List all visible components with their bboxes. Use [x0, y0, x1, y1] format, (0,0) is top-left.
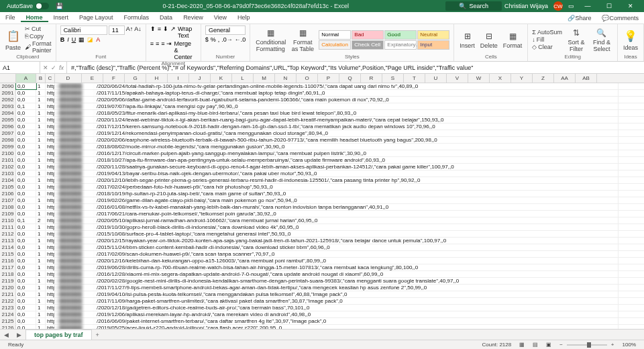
- table-row[interactable]: 20930,11https://██████/2019/07/07/apa-it…: [0, 103, 644, 110]
- row-header[interactable]: 2098: [0, 137, 16, 143]
- row-header[interactable]: 2101: [0, 157, 16, 163]
- align-right-icon[interactable]: ≡: [161, 40, 164, 60]
- row-header[interactable]: 2124: [0, 311, 16, 317]
- align-center-icon[interactable]: ≡: [156, 40, 159, 60]
- table-row[interactable]: 21130,01https://██████/2020/12/15/rayaka…: [0, 238, 644, 244]
- row-header[interactable]: 2096: [0, 123, 16, 130]
- next-sheet-icon[interactable]: ▶: [13, 332, 25, 338]
- table-row[interactable]: 21160,01https://██████/2020/12/16/kelebi…: [0, 258, 644, 264]
- col-header[interactable]: C: [46, 74, 55, 83]
- row-header[interactable]: 2118: [0, 271, 16, 277]
- table-row[interactable]: 21100,12https://██████/2020/05/10/aplika…: [0, 217, 644, 224]
- format-painter-button[interactable]: 🖌 Format Painter: [25, 40, 52, 54]
- close-icon[interactable]: ✕: [623, 3, 639, 9]
- indent-icon[interactable]: ⇥: [166, 40, 172, 60]
- border-button[interactable]: ▦: [78, 36, 85, 43]
- autosum-button[interactable]: Σ AutoSum: [532, 29, 562, 36]
- align-bottom-icon[interactable]: ⬇: [163, 26, 168, 39]
- name-box[interactable]: A1: [0, 62, 40, 73]
- table-row[interactable]: 21030,01https://██████/2019/04/13/bayar-…: [0, 170, 644, 177]
- row-header[interactable]: 2105: [0, 184, 16, 190]
- table-row[interactable]: 21040,01https://██████/2020/12/10/lebih-…: [0, 177, 644, 184]
- col-header[interactable]: V: [447, 74, 468, 83]
- ideas-button[interactable]: 💡Ideas: [622, 28, 639, 52]
- tab-file[interactable]: File: [0, 14, 21, 21]
- copy-button[interactable]: ⎘ Copy: [25, 33, 52, 40]
- increase-font-icon[interactable]: A↑: [126, 26, 133, 35]
- comments-button[interactable]: 💬 Comments: [596, 12, 644, 23]
- sheet-tab-active[interactable]: top pages by traf: [25, 330, 92, 340]
- row-header[interactable]: 2090: [0, 83, 16, 89]
- font-name-select[interactable]: Calibri: [60, 26, 107, 35]
- table-row[interactable]: 21170,01https://██████/2019/06/28/dirili…: [0, 264, 644, 271]
- col-header[interactable]: U: [425, 74, 447, 83]
- row-header[interactable]: 2106: [0, 191, 16, 197]
- table-row[interactable]: 21190,01https://██████/2020/02/28/google…: [0, 278, 644, 285]
- row-header[interactable]: 2115: [0, 251, 16, 257]
- row-header[interactable]: 2113: [0, 238, 16, 244]
- italic-button[interactable]: I: [67, 36, 69, 43]
- tab-home[interactable]: Home: [21, 14, 48, 22]
- minimize-icon[interactable]: —: [580, 3, 596, 9]
- col-header[interactable]: A: [16, 74, 36, 83]
- maximize-icon[interactable]: ☐: [601, 3, 617, 9]
- wrap-text-button[interactable]: Wrap Text: [178, 26, 197, 39]
- tab-view[interactable]: View: [209, 14, 232, 21]
- table-row[interactable]: 21260,01https://██████/2019/05/25/acer-l…: [0, 325, 644, 329]
- table-row[interactable]: 20990,01https://██████/2018/08/02/mode-m…: [0, 144, 644, 150]
- col-header[interactable]: K: [211, 74, 232, 83]
- insert-cells-button[interactable]: ⊞Insert: [458, 30, 476, 50]
- row-header[interactable]: 2109: [0, 211, 16, 217]
- col-header[interactable]: H: [146, 74, 168, 83]
- row-header[interactable]: 2107: [0, 197, 16, 203]
- table-row[interactable]: 21080,01https://██████/2016/01/08/netfli…: [0, 204, 644, 211]
- underline-button[interactable]: U: [72, 36, 76, 43]
- style-good[interactable]: Good: [384, 30, 417, 40]
- view-pagebreak-icon[interactable]: ▣: [542, 342, 555, 348]
- row-header[interactable]: 2119: [0, 278, 16, 284]
- col-header[interactable]: T: [404, 74, 425, 83]
- style-check cell[interactable]: Check Cell: [352, 40, 384, 50]
- zoom-slider[interactable]: [567, 344, 607, 346]
- col-header[interactable]: P: [318, 74, 339, 83]
- comma-icon[interactable]: ,: [218, 36, 220, 43]
- table-row[interactable]: 21250,01https://██████/2016/06/09/paket-…: [0, 318, 644, 325]
- tab-formulas[interactable]: Formulas: [119, 14, 155, 21]
- col-header[interactable]: L: [232, 74, 254, 83]
- autosave-toggle[interactable]: AutoSave: [3, 3, 53, 9]
- merge-button[interactable]: Merge & Center: [174, 40, 196, 60]
- row-header[interactable]: 2103: [0, 170, 16, 177]
- font-size-select[interactable]: 11: [109, 26, 125, 35]
- table-row[interactable]: 20940,01https://██████/2018/05/23/fitur-…: [0, 110, 644, 117]
- delete-cells-button[interactable]: ⊟Delete: [479, 30, 499, 50]
- col-header[interactable]: S: [382, 74, 404, 83]
- col-header[interactable]: W: [468, 74, 490, 83]
- table-row[interactable]: 21220,01https://██████/2017/11/09/harga-…: [0, 298, 644, 305]
- table-row[interactable]: 21110,01https://██████/2019/10/30/gopro-…: [0, 224, 644, 231]
- table-row[interactable]: 21060,01https://██████/2018/10/19/hp-sul…: [0, 191, 644, 197]
- orientation-icon[interactable]: ↗: [170, 26, 176, 39]
- table-row[interactable]: 20950,01https://██████/2020/11/24/lewat-…: [0, 117, 644, 123]
- percent-icon[interactable]: %: [211, 36, 216, 43]
- save-icon[interactable]: 💾: [53, 3, 66, 9]
- col-header[interactable]: F: [103, 74, 125, 83]
- row-header[interactable]: 2108: [0, 204, 16, 210]
- col-header[interactable]: G: [125, 74, 146, 83]
- row-header[interactable]: 2110: [0, 217, 16, 223]
- row-header[interactable]: 2100: [0, 150, 16, 156]
- row-header[interactable]: 2092: [0, 97, 16, 103]
- row-header[interactable]: 2116: [0, 258, 16, 264]
- row-header[interactable]: 2093: [0, 103, 16, 109]
- row-header[interactable]: 2102: [0, 164, 16, 170]
- table-row[interactable]: 21090,01https://██████/2017/06/21/cara-m…: [0, 211, 644, 217]
- table-row[interactable]: 21050,01https://██████/2017/02/24/perbed…: [0, 184, 644, 191]
- col-header[interactable]: Y: [511, 74, 533, 83]
- table-row[interactable]: 20970,01https://██████/2019/12/14/rekome…: [0, 130, 644, 137]
- worksheet-grid[interactable]: ABCDEFGHIJKLMNOPQRSTUVWXYZAAAB 20900,01h…: [0, 74, 644, 329]
- format-cells-button[interactable]: ▦Format: [502, 30, 524, 50]
- table-row[interactable]: 21240,01https://██████/2019/12/06/aplika…: [0, 311, 644, 318]
- prev-sheet-icon[interactable]: ◀: [0, 332, 13, 338]
- paste-button[interactable]: 📋Paste: [4, 28, 22, 52]
- table-row[interactable]: 21230,01https://██████/2020/12/18/gadget…: [0, 305, 644, 311]
- row-header[interactable]: 2120: [0, 285, 16, 291]
